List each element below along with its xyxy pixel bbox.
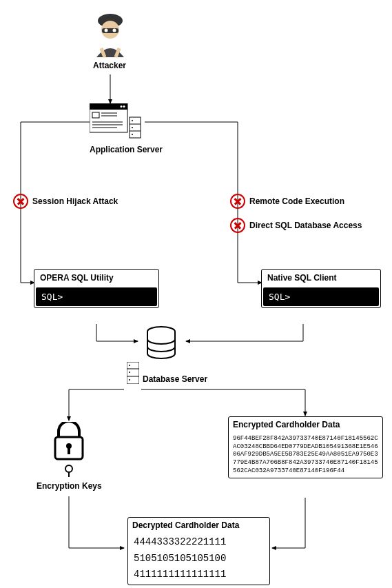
encrypted-data-box: Encrypted Cardholder Data 96F44BEF28F842… [228, 416, 383, 478]
decrypted-line-2: 4111111111111111 [128, 568, 269, 585]
encrypted-title: Encrypted Cardholder Data [229, 417, 382, 432]
decrypted-data-box: Decrypted Cardholder Data 44443333222211… [127, 517, 270, 585]
native-title: Native SQL Client [262, 270, 380, 286]
database-icon [145, 326, 178, 361]
rce-label: Remote Code Execution [249, 196, 344, 206]
svg-rect-30 [68, 447, 70, 454]
svg-point-27 [129, 379, 130, 381]
svg-point-31 [65, 465, 72, 472]
opera-sql-box: OPERA SQL Utility SQL> [34, 269, 159, 308]
opera-console: SQL> [36, 287, 157, 306]
app-server-label: Application Server [90, 145, 163, 156]
diagram-canvas: Attacker Application Server Session Hija… [0, 0, 392, 588]
decrypted-title: Decrypted Cardholder Data [128, 518, 269, 533]
svg-point-18 [132, 120, 133, 121]
svg-point-3 [105, 29, 108, 32]
attacker-icon [91, 10, 130, 61]
native-sql-box: Native SQL Client SQL> [261, 269, 381, 308]
session-hijack-label: Session Hijack Attack [32, 196, 118, 206]
svg-point-19 [132, 127, 133, 128]
decrypted-line-1: 5105105105105100 [128, 552, 269, 569]
x-icon [230, 218, 245, 233]
session-hijack-item: Session Hijack Attack [13, 194, 118, 209]
db-server-label: Database Server [143, 374, 207, 385]
opera-title: OPERA SQL Utility [34, 270, 158, 286]
svg-point-8 [123, 105, 125, 108]
app-server-icon [90, 103, 145, 143]
svg-point-26 [129, 372, 130, 373]
attacker-label: Attacker [93, 61, 126, 72]
padlock-icon [52, 422, 86, 479]
decrypted-line-0: 4444333322221111 [128, 533, 269, 552]
encryption-keys-label: Encryption Keys [37, 481, 102, 492]
encrypted-hex: 96F44BEF28F842A39733740E87140F18145562CA… [229, 432, 382, 478]
svg-point-7 [121, 105, 123, 108]
x-icon [230, 194, 245, 209]
db-server-icon [127, 362, 139, 386]
direct-sql-label: Direct SQL Database Access [249, 221, 362, 230]
svg-rect-15 [130, 117, 141, 138]
svg-rect-22 [127, 362, 139, 384]
rce-item: Remote Code Execution [230, 194, 344, 209]
native-console: SQL> [263, 287, 379, 306]
svg-point-20 [132, 134, 133, 135]
svg-point-25 [129, 365, 130, 366]
direct-sql-item: Direct SQL Database Access [230, 218, 362, 233]
svg-point-4 [113, 29, 116, 32]
x-icon [13, 194, 28, 209]
